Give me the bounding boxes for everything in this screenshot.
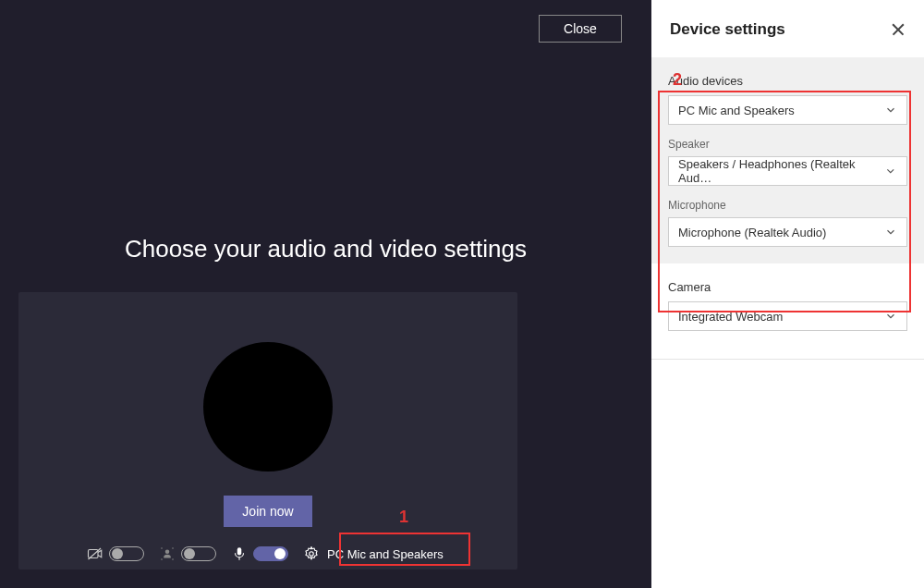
- avatar: [203, 342, 333, 472]
- svg-point-9: [310, 552, 314, 557]
- microphone-toggle[interactable]: [253, 546, 288, 561]
- mic-icon: [231, 545, 248, 562]
- video-preview-card: Join now: [18, 292, 517, 570]
- settings-header: Device settings: [651, 0, 924, 57]
- close-button[interactable]: Close: [539, 15, 622, 43]
- svg-point-5: [161, 558, 163, 560]
- close-icon[interactable]: [891, 22, 906, 37]
- camera-off-icon: [87, 545, 103, 562]
- camera-control: [87, 545, 144, 562]
- prejoin-main-area: Close Choose your audio and video settin…: [0, 0, 651, 588]
- svg-rect-7: [237, 547, 242, 555]
- annotation-box-2: [658, 91, 911, 312]
- svg-point-2: [165, 550, 170, 555]
- microphone-control: [231, 545, 288, 562]
- annotation-label-1: 1: [399, 508, 408, 527]
- blur-toggle[interactable]: [181, 546, 216, 561]
- camera-toggle[interactable]: [109, 546, 144, 561]
- prejoin-heading: Choose your audio and video settings: [0, 235, 651, 263]
- svg-rect-0: [89, 550, 99, 558]
- annotation-label-2: 2: [673, 70, 682, 90]
- settings-title: Device settings: [670, 20, 785, 39]
- annotation-box-1: [339, 533, 470, 566]
- divider: [651, 359, 924, 360]
- svg-point-3: [161, 547, 163, 549]
- svg-point-6: [172, 558, 174, 560]
- blur-control: [159, 545, 216, 562]
- join-now-button[interactable]: Join now: [224, 496, 312, 527]
- blur-icon: [159, 545, 176, 562]
- gear-icon: [303, 545, 320, 562]
- audio-devices-label: Audio devices: [668, 74, 907, 88]
- svg-point-4: [172, 547, 174, 549]
